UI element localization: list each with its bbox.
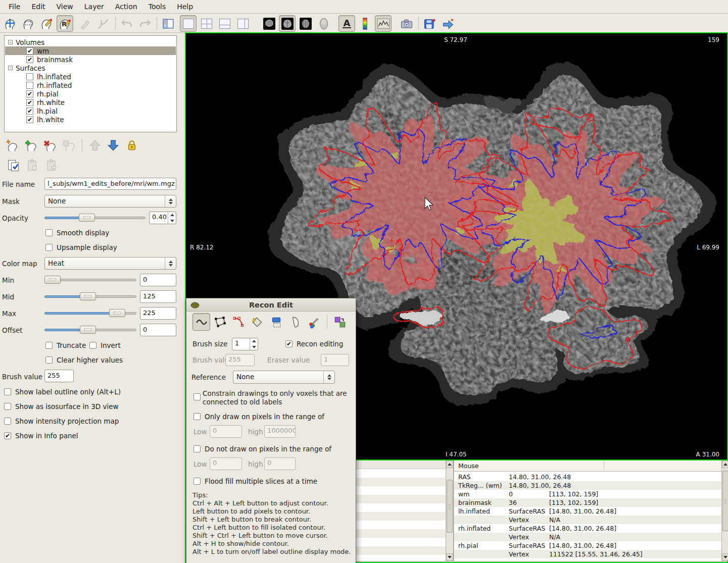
flood-fill-checkbox[interactable]: Flood fill multiple slices at a time: [193, 477, 317, 485]
layout-2x2-button[interactable]: [198, 15, 215, 32]
add-layer-button[interactable]: [22, 137, 40, 153]
checkbox[interactable]: ✔: [26, 47, 33, 55]
new-layer-button[interactable]: [3, 137, 21, 153]
tool-line-button[interactable]: [77, 15, 93, 32]
spin-arrows-icon[interactable]: [250, 338, 258, 350]
scroll-thumb[interactable]: [447, 480, 453, 533]
tree-item-rh-white[interactable]: ✔ rh.white: [5, 98, 176, 107]
max-slider[interactable]: [44, 308, 136, 319]
polyline-tool[interactable]: [211, 313, 229, 331]
tree-item-rh-inflated[interactable]: rh.inflated: [5, 81, 176, 89]
clear-higher-values-checkbox[interactable]: Clear higher values: [45, 356, 123, 364]
move-layer-down-button[interactable]: [104, 137, 122, 153]
show-info-panel-checkbox[interactable]: ✔ Show in Info panel: [4, 432, 78, 440]
menu-item-file[interactable]: File: [3, 1, 26, 13]
view-sagittal-button[interactable]: [261, 15, 277, 32]
menu-item-action[interactable]: Action: [110, 1, 143, 13]
fill-bucket-tool[interactable]: [249, 313, 266, 331]
layout-1x3-button[interactable]: [216, 15, 233, 32]
paste-voxels-alt-button[interactable]: [42, 158, 60, 173]
select-voxels-button[interactable]: [4, 158, 22, 173]
spin-arrows-icon[interactable]: [168, 212, 176, 224]
opacity-spinbox[interactable]: 0.40: [149, 212, 176, 224]
save-layer-button[interactable]: [61, 137, 78, 153]
slider-handle[interactable]: [79, 214, 95, 222]
tree-item-lh-white[interactable]: ✔ lh.white: [5, 115, 176, 124]
clone-curve-tool[interactable]: [286, 313, 304, 331]
slider-handle[interactable]: [109, 309, 125, 317]
slider-handle[interactable]: [44, 276, 61, 284]
paste-voxels-button[interactable]: [23, 158, 41, 173]
tree-item-lh-inflated[interactable]: lh.inflated: [5, 72, 176, 81]
min-input[interactable]: 0: [140, 274, 176, 286]
checkbox[interactable]: ✔: [26, 90, 33, 97]
slider-handle[interactable]: [80, 326, 96, 334]
checkbox[interactable]: [26, 82, 33, 89]
slider-handle[interactable]: [80, 292, 96, 300]
mask-select[interactable]: None: [44, 195, 176, 208]
scroll-down-icon[interactable]: [446, 553, 453, 561]
scroll-up-icon[interactable]: [722, 460, 728, 468]
redo-button[interactable]: [136, 15, 153, 32]
swap-values-tool[interactable]: [331, 313, 349, 331]
expander-icon[interactable]: –: [8, 40, 13, 44]
save-volume-button[interactable]: [421, 15, 438, 32]
menu-item-view[interactable]: View: [51, 1, 79, 13]
label-mode-button[interactable]: A: [338, 15, 355, 32]
plot-scrollbar[interactable]: [446, 460, 453, 561]
min-slider[interactable]: [44, 274, 136, 285]
opacity-slider[interactable]: [44, 212, 145, 223]
view-axial-button[interactable]: [297, 15, 314, 32]
color-map-select[interactable]: Heat: [44, 257, 176, 270]
show-isosurface-checkbox[interactable]: Show as isosurface in 3D view: [4, 402, 119, 411]
tree-item-rh-pial[interactable]: ✔ rh.pial: [5, 89, 176, 98]
max-input[interactable]: 225: [140, 307, 176, 320]
offset-slider[interactable]: [44, 324, 136, 335]
menu-item-tools[interactable]: Tools: [143, 1, 172, 13]
toggle-sidebar-button[interactable]: [160, 15, 176, 32]
tool-navigate-button[interactable]: [2, 15, 19, 32]
histogram-button[interactable]: [375, 15, 392, 32]
menu-item-help[interactable]: Help: [171, 1, 199, 13]
constrain-checkbox[interactable]: [193, 393, 201, 400]
menu-item-edit[interactable]: Edit: [26, 1, 51, 13]
tree-item-wm[interactable]: ✔ wm: [5, 46, 176, 55]
checkbox[interactable]: ✔: [26, 108, 33, 115]
offset-input[interactable]: 0: [140, 324, 176, 336]
scroll-down-icon[interactable]: [722, 553, 728, 561]
undo-button[interactable]: [118, 15, 135, 32]
rect-fill-tool[interactable]: [267, 313, 285, 331]
show-label-outline-checkbox[interactable]: Show label outline only (Alt+L): [4, 388, 121, 396]
menu-item-layer[interactable]: Layer: [79, 1, 110, 13]
expander-icon[interactable]: –: [8, 66, 13, 70]
only-draw-range-checkbox[interactable]: Only draw on pixels in the range of: [193, 413, 324, 421]
recon-editing-checkbox[interactable]: ✔ Recon editing: [285, 340, 343, 348]
freehand-contour-tool[interactable]: [192, 313, 210, 331]
checkbox[interactable]: ✔: [26, 56, 33, 63]
checkbox[interactable]: ✔: [26, 116, 33, 123]
info-scrollbar[interactable]: [721, 460, 728, 561]
goto-point-button[interactable]: [440, 15, 456, 32]
mid-slider[interactable]: [44, 291, 136, 302]
checkbox[interactable]: ✔: [26, 99, 33, 106]
dialog-title-bar[interactable]: Recon Edit: [186, 298, 356, 312]
eyedropper-tool[interactable]: [305, 313, 322, 331]
lock-layer-button[interactable]: [123, 137, 140, 153]
show-projection-checkbox[interactable]: Show intensity projection map: [4, 417, 119, 425]
scroll-up-icon[interactable]: [446, 460, 453, 468]
view-coronal-button[interactable]: [279, 15, 296, 32]
checkbox[interactable]: [26, 73, 33, 80]
invert-checkbox[interactable]: Invert: [89, 341, 121, 349]
tree-group-surfaces[interactable]: – Surfaces: [5, 64, 176, 72]
brush-value-input[interactable]: 255: [44, 370, 74, 382]
tree-item-brainmask[interactable]: ✔ brainmask: [5, 55, 176, 64]
brush-size-spinbox[interactable]: 1: [232, 338, 258, 350]
reference-select[interactable]: None: [233, 371, 335, 384]
mid-input[interactable]: 125: [140, 290, 176, 303]
tool-path-button[interactable]: [95, 15, 112, 32]
truncate-checkbox[interactable]: Truncate: [45, 341, 86, 349]
scroll-thumb[interactable]: [722, 471, 728, 531]
view-3d-head-button[interactable]: [315, 15, 332, 32]
layout-single-button[interactable]: [180, 15, 197, 32]
not-draw-range-checkbox[interactable]: Do not draw on pixels in the range of: [193, 445, 331, 453]
